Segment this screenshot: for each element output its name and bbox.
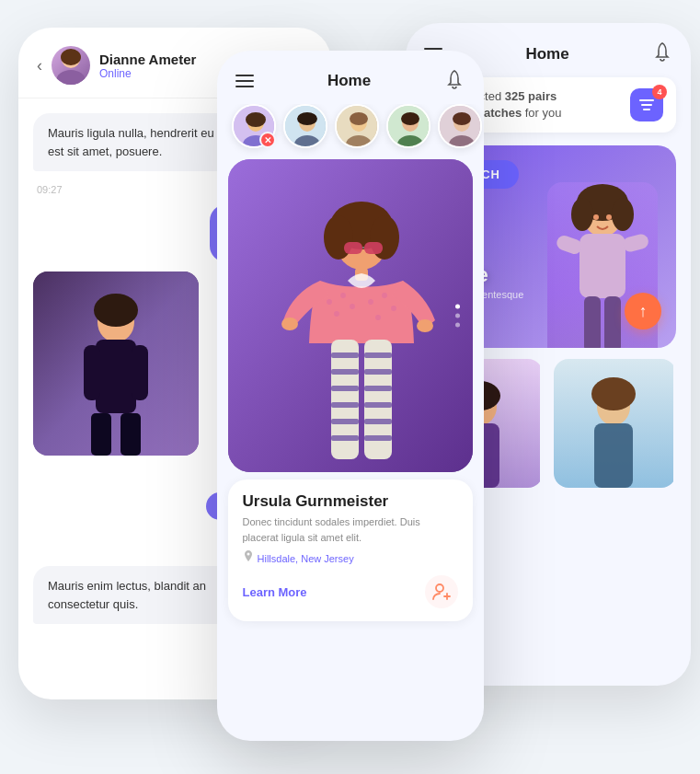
avatar-item-5[interactable] — [438, 104, 482, 148]
home-title-back: Home — [525, 45, 568, 64]
home-card-front: Home ✕ — [217, 51, 484, 741]
profile-info-section: Ursula Gurnmeister Donec tincidunt sodal… — [228, 479, 473, 621]
svg-rect-84 — [331, 435, 359, 441]
menu-icon-front[interactable] — [235, 75, 254, 87]
svg-rect-85 — [364, 435, 392, 441]
svg-rect-22 — [604, 296, 621, 348]
profile-card-2[interactable] — [554, 359, 676, 488]
svg-rect-83 — [364, 419, 392, 424]
dot-1 — [455, 305, 460, 309]
svg-point-43 — [350, 112, 368, 125]
svg-point-67 — [382, 293, 387, 298]
svg-point-23 — [593, 214, 599, 220]
profile-name: Ursula Gurnmeister — [243, 492, 458, 511]
filter-badge: 4 — [652, 85, 667, 99]
svg-rect-81 — [364, 402, 392, 408]
svg-point-2 — [61, 49, 81, 65]
svg-point-47 — [401, 112, 419, 125]
svg-point-24 — [606, 214, 612, 220]
learn-more-button[interactable]: Learn More — [243, 585, 307, 599]
svg-rect-10 — [132, 345, 148, 400]
svg-rect-75 — [364, 352, 392, 358]
dot-2 — [455, 314, 460, 318]
svg-point-17 — [612, 198, 634, 231]
dot-3 — [455, 323, 460, 328]
svg-rect-9 — [84, 345, 100, 400]
avatar — [52, 46, 90, 85]
back-button[interactable]: ‹ — [37, 56, 42, 75]
profile-location: Hillsdale, New Jersey — [243, 550, 458, 566]
profile-location-text: Hillsdale, New Jersey — [258, 553, 354, 564]
avatar-item-1[interactable]: ✕ — [232, 104, 276, 148]
svg-rect-12 — [120, 413, 141, 456]
bell-icon-front[interactable] — [444, 69, 465, 93]
svg-point-1 — [56, 70, 86, 85]
svg-point-86 — [247, 553, 249, 556]
svg-rect-21 — [584, 296, 601, 348]
svg-rect-18 — [580, 234, 625, 298]
svg-point-64 — [334, 311, 339, 317]
svg-point-39 — [297, 112, 317, 125]
svg-point-71 — [417, 319, 433, 332]
svg-point-70 — [281, 318, 298, 330]
svg-point-65 — [350, 304, 355, 309]
chat-image-message — [33, 271, 199, 456]
avatar-row: ✕ — [217, 104, 484, 159]
add-person-button[interactable] — [425, 575, 458, 608]
svg-point-87 — [436, 584, 443, 592]
filter-button[interactable]: 4 — [630, 88, 663, 121]
scene: ‹ Dianne Ameter Online — [0, 0, 700, 774]
message-bubble: Mauris ligula nulla, hendrerit eu est si… — [33, 113, 235, 171]
home-title-front: Home — [327, 72, 371, 90]
message-bubble-bottom: Mauris enim lectus, blandit an consectet… — [33, 566, 235, 624]
svg-rect-76 — [331, 369, 359, 375]
svg-rect-80 — [331, 402, 359, 408]
profile-actions: Learn More — [243, 575, 458, 608]
svg-point-31 — [591, 377, 636, 410]
svg-point-66 — [368, 299, 373, 305]
avatar-remove-badge[interactable]: ✕ — [259, 132, 276, 148]
avatar-item-3[interactable] — [335, 104, 379, 148]
svg-point-68 — [375, 315, 381, 320]
avatar-item-2[interactable] — [283, 104, 327, 148]
avatar-item-4[interactable] — [386, 104, 430, 148]
svg-rect-79 — [364, 386, 392, 391]
svg-rect-11 — [91, 413, 111, 456]
svg-point-16 — [571, 198, 593, 231]
svg-rect-77 — [364, 369, 392, 375]
svg-rect-32 — [594, 423, 633, 488]
profile-bio: Donec tincidunt sodales imperdiet. Duis … — [243, 514, 458, 545]
svg-point-7 — [94, 294, 138, 327]
card-indicator-dots — [455, 305, 460, 328]
bell-icon-back[interactable] — [652, 41, 672, 66]
svg-rect-82 — [331, 419, 359, 424]
location-pin-icon — [243, 550, 254, 566]
svg-rect-78 — [331, 386, 359, 391]
svg-rect-58 — [344, 242, 362, 254]
svg-rect-8 — [96, 340, 136, 413]
main-profile-card[interactable] — [228, 159, 473, 472]
svg-point-63 — [340, 293, 346, 298]
front-home-header: Home — [217, 51, 484, 104]
svg-rect-74 — [331, 352, 359, 358]
svg-point-69 — [391, 306, 396, 311]
svg-point-51 — [453, 112, 471, 125]
svg-rect-59 — [364, 242, 383, 254]
svg-point-62 — [327, 299, 332, 305]
svg-point-35 — [246, 112, 266, 127]
